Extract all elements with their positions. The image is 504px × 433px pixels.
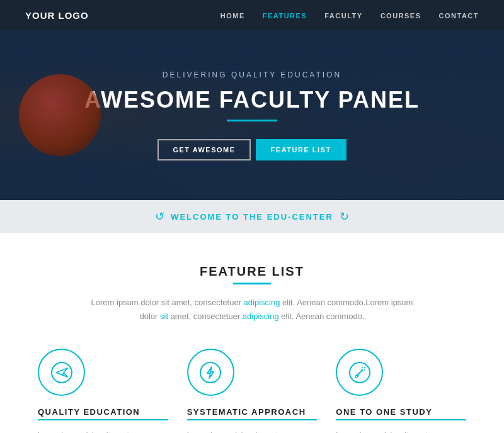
- nav-courses[interactable]: COURSES: [381, 12, 421, 20]
- get-awesome-button[interactable]: GET AWESOME: [158, 139, 250, 160]
- quality-card-title: QUALITY EDUCATION: [38, 407, 168, 417]
- hero-section: DELIVERING QUALITY EDUCATION AWESOME FAC…: [0, 30, 504, 200]
- lightning-icon: [200, 362, 221, 383]
- section-description: Lorem ipsum dolor sit amet, consectetuer…: [88, 296, 416, 323]
- welcome-left-icon: ↺: [155, 211, 164, 222]
- welcome-banner: ↺ WELCOME TO THE EDU-CENTER ↻: [0, 200, 504, 233]
- nav-features[interactable]: FEATURES: [263, 12, 307, 20]
- paper-plane-icon: [51, 362, 72, 383]
- svg-line-8: [364, 367, 365, 368]
- nav-faculty[interactable]: FACULTY: [324, 12, 362, 20]
- onetone-card-title: ONE TO ONE STUDY: [336, 407, 466, 417]
- desc-highlight-3: adipiscing: [243, 312, 279, 321]
- navbar-links: HOME FEATURES FACULTY COURSES CONTACT: [220, 9, 479, 21]
- welcome-right-icon: ↻: [340, 211, 349, 222]
- hero-title: AWESOME FACULTY PANEL: [84, 87, 420, 113]
- feature-card-onetone: ONE TO ONE STUDY Lorem ipsum dolor sit a…: [336, 349, 466, 433]
- desc-highlight-2: sit: [160, 312, 168, 321]
- section-title-underline: [233, 283, 271, 284]
- systematic-card-underline: [187, 419, 318, 420]
- nav-home[interactable]: HOME: [220, 12, 245, 20]
- quality-card-underline: [38, 419, 168, 420]
- wand-icon: [349, 362, 370, 383]
- systematic-card-title: SYSTEMATIC APPROACH: [187, 407, 318, 417]
- svg-point-0: [52, 363, 72, 383]
- onetone-card-underline: [336, 419, 466, 420]
- navbar-logo: YOUR LOGO: [25, 10, 89, 21]
- hero-buttons: GET AWESOME FEATURE LIST: [158, 139, 346, 160]
- onetone-icon-circle: [336, 349, 383, 396]
- features-section: FEATURE LIST Lorem ipsum dolor sit amet,…: [0, 233, 504, 433]
- feature-list-button[interactable]: FEATURE LIST: [256, 139, 346, 160]
- navbar: YOUR LOGO HOME FEATURES FACULTY COURSES …: [0, 0, 504, 30]
- svg-point-3: [200, 363, 220, 383]
- svg-marker-4: [207, 367, 214, 378]
- onetone-card-desc: Lorem ipsum dolor sit amet, consectetuer…: [336, 429, 466, 433]
- quality-icon-circle: [38, 349, 85, 396]
- feature-card-systematic: SYSTEMATIC APPROACH Lorem ipsum dolor si…: [187, 349, 318, 433]
- desc-highlight-1: adipiscing: [244, 298, 280, 307]
- feature-card-quality: QUALITY EDUCATION Lorem ipsum dolor sit …: [38, 349, 168, 433]
- systematic-card-desc: Lorem ipsum dolor sit amet, consectetuer…: [187, 429, 318, 433]
- hero-underline: [227, 120, 277, 121]
- svg-marker-1: [56, 368, 67, 377]
- hero-subtitle: DELIVERING QUALITY EDUCATION: [163, 70, 341, 79]
- systematic-icon-circle: [187, 349, 234, 396]
- nav-contact[interactable]: CONTACT: [439, 12, 479, 20]
- feature-cards-container: QUALITY EDUCATION Lorem ipsum dolor sit …: [38, 349, 466, 433]
- hero-bg-decoration: [19, 74, 101, 156]
- section-title: FEATURE LIST: [38, 264, 466, 279]
- svg-point-7: [361, 369, 363, 371]
- welcome-text: WELCOME TO THE EDU-CENTER: [171, 212, 333, 222]
- quality-card-desc: Lorem ipsum dolor sit amet, consectetuer…: [38, 429, 168, 433]
